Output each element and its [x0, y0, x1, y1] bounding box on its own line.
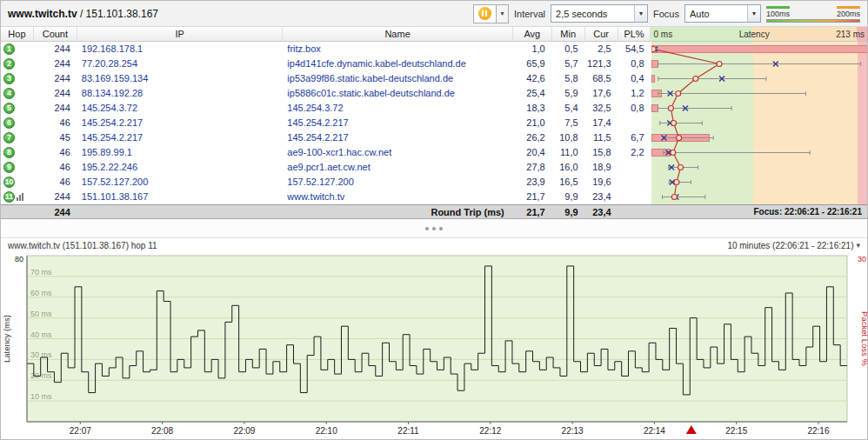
svg-text:50 ms: 50 ms [30, 310, 52, 318]
svg-text:22:11: 22:11 [397, 426, 419, 436]
svg-text:40 ms: 40 ms [30, 330, 52, 339]
svg-text:Latency (ms): Latency (ms) [2, 315, 11, 363]
hop-badge: 8 [3, 147, 15, 158]
hop-badge: 11 [3, 191, 15, 203]
table-rows: 1244192.168.178.1fritz.box1,00,52,554,52… [1, 42, 867, 204]
packet-loss-bar [651, 75, 655, 83]
toolbar: www.twitch.tv / 151.101.38.167 ▾ Interva… [1, 1, 867, 27]
latency-gradient-bar [766, 19, 860, 23]
pause-button[interactable] [473, 4, 496, 23]
table-row[interactable]: 424488.134.192.28ip5886c01c.static.kabel… [1, 86, 867, 101]
header-ip[interactable]: IP [77, 27, 284, 41]
timeline-chart[interactable]: 10 ms20 ms30 ms40 ms50 ms60 ms70 ms22:07… [1, 252, 868, 440]
scale-max-label: 213 ms [836, 30, 865, 39]
svg-text:22:08: 22:08 [151, 426, 173, 436]
table-row[interactable]: 946195.2.22.246ae9.pcr1.aet.cw.net27,816… [1, 160, 867, 175]
hop-badge: 9 [3, 162, 15, 173]
svg-text:22:07: 22:07 [70, 426, 91, 436]
svg-text:22:16: 22:16 [807, 426, 829, 436]
packet-loss-bar [651, 90, 662, 97]
svg-text:22:14: 22:14 [644, 426, 665, 436]
table-row[interactable]: 224477.20.28.254ip4d141cfe.dynamic.kabel… [1, 57, 867, 71]
roundtrip-count: 244 [34, 205, 77, 218]
table-row[interactable]: 846195.89.99.1ae9-100-xcr1.hac.cw.net20,… [1, 145, 867, 160]
target-hostname: www.twitch.tv [8, 8, 77, 20]
svg-text:10 ms: 10 ms [30, 392, 52, 401]
header-count[interactable]: Count [34, 27, 77, 41]
svg-text:22:13: 22:13 [562, 426, 584, 436]
packet-loss-bar [651, 45, 867, 53]
chevron-down-icon: ▾ [856, 241, 860, 250]
header-latency-scale: 0 ms Latency 213 ms [651, 27, 867, 41]
table-row[interactable]: 1244192.168.178.1fritz.box1,00,52,554,5 [1, 42, 867, 57]
pingplotter-window: www.twitch.tv / 151.101.38.167 ▾ Interva… [0, 0, 868, 440]
svg-text:22:15: 22:15 [725, 426, 747, 436]
timeline-range-label: 10 minutes (22:06:21 - 22:16:21) [727, 241, 853, 250]
target-host: www.twitch.tv / 151.101.38.167 [8, 8, 158, 20]
focus-range-label: Focus: 22:06:21 - 22:16:21 [651, 205, 867, 218]
interval-select[interactable]: 2,5 seconds ▾ [551, 4, 648, 23]
header-min[interactable]: Min [552, 27, 585, 41]
latency-scale-legend: 100ms 200ms [766, 4, 860, 23]
legend-200ms: 200ms [837, 6, 860, 18]
hop-badge: 6 [3, 117, 15, 129]
chevron-down-icon: ▾ [634, 5, 647, 22]
roundtrip-min: 9,9 [552, 205, 585, 218]
hop-badge: 4 [3, 88, 15, 99]
timeline-pane: www.twitch.tv (151.101.38.167) hop 11 10… [1, 238, 867, 440]
pause-dropdown-button[interactable]: ▾ [496, 4, 509, 23]
packet-loss-bar [651, 149, 671, 157]
svg-text:30 ms: 30 ms [30, 350, 52, 359]
timeline-range-select[interactable]: 10 minutes (22:06:21 - 22:16:21) ▾ [727, 241, 860, 250]
hop-badge: 10 [3, 177, 15, 188]
scale-min-label: 0 ms [653, 30, 672, 39]
pause-icon [478, 7, 491, 20]
hop-badge: 5 [3, 103, 15, 114]
graph-indicator-icon [17, 193, 23, 201]
svg-text:70 ms: 70 ms [30, 268, 52, 277]
svg-text:60 ms: 60 ms [30, 289, 52, 297]
hop-badge: 3 [3, 73, 15, 84]
table-row[interactable]: 11244151.101.38.167www.twitch.tv21,79,92… [1, 190, 867, 204]
focus-select[interactable]: Auto ▾ [684, 4, 761, 23]
table-row[interactable]: 646145.254.2.217145.254.2.21721,07,517,4 [1, 116, 867, 130]
table-row[interactable]: 1046157.52.127.200157.52.127.20023,916,5… [1, 175, 867, 190]
table-row[interactable]: 5244145.254.3.72145.254.3.7218,35,432,50… [1, 101, 867, 116]
packet-loss-bar [651, 104, 658, 112]
svg-text:Packet Loss %: Packet Loss % [860, 311, 868, 366]
header-cur[interactable]: Cur [585, 27, 618, 41]
header-hop[interactable]: Hop [1, 27, 34, 41]
table-row[interactable]: 324483.169.159.134ip53a99f86.static.kabe… [1, 71, 867, 86]
header-pl[interactable]: PL% [618, 27, 651, 41]
packet-loss-bar [651, 60, 658, 68]
svg-text:22:10: 22:10 [316, 426, 337, 436]
focus-marker-icon[interactable] [686, 425, 697, 434]
header-name[interactable]: Name [283, 27, 512, 41]
table-row[interactable]: 745145.254.2.217145.254.2.21726,210,811,… [1, 130, 867, 145]
packet-loss-bar [651, 134, 710, 142]
chevron-down-icon: ▾ [500, 10, 504, 17]
table-header: Hop Count IP Name Avg Min Cur PL% 0 ms L… [1, 27, 867, 42]
pane-splitter[interactable] [1, 219, 867, 238]
svg-text:22:12: 22:12 [479, 426, 501, 436]
target-ip: / 151.101.38.167 [77, 8, 158, 20]
roundtrip-avg: 21,7 [513, 205, 552, 218]
interval-label: Interval [514, 9, 545, 19]
hop-badge: 2 [3, 58, 15, 70]
header-avg[interactable]: Avg [513, 27, 552, 41]
hop-badge: 7 [3, 132, 15, 143]
svg-text:22:09: 22:09 [233, 426, 255, 436]
chevron-down-icon: ▾ [747, 5, 760, 22]
interval-value: 2,5 seconds [556, 9, 630, 19]
roundtrip-cur: 23,4 [585, 205, 618, 218]
roundtrip-label: Round Trip (ms) [283, 205, 512, 218]
scale-title-label: Latency [739, 30, 770, 39]
timeline-title: www.twitch.tv (151.101.38.167) hop 11 [8, 241, 157, 250]
round-trip-row: 244 Round Trip (ms) 21,7 9,9 23,4 Focus:… [1, 204, 867, 219]
focus-value: Auto [690, 9, 743, 19]
svg-text:30: 30 [858, 255, 866, 263]
focus-label: Focus [653, 9, 679, 19]
legend-100ms: 100ms [766, 6, 790, 18]
svg-text:80: 80 [15, 255, 23, 263]
hop-badge: 1 [3, 43, 15, 55]
